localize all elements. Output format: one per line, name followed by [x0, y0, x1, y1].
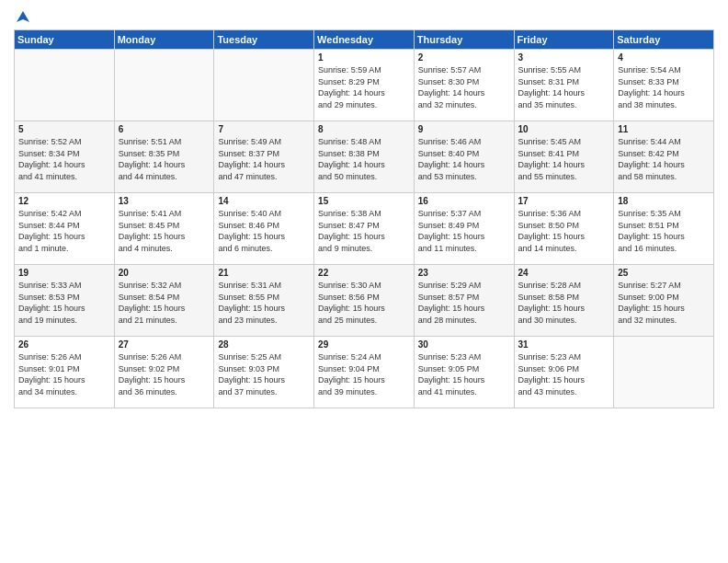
day-header-sunday: Sunday [15, 30, 115, 50]
day-cell: 14Sunrise: 5:40 AM Sunset: 8:46 PM Dayli… [214, 193, 314, 265]
day-number: 10 [518, 124, 610, 134]
day-info: Sunrise: 5:24 AM Sunset: 9:04 PM Dayligh… [318, 351, 410, 397]
day-cell: 25Sunrise: 5:27 AM Sunset: 9:00 PM Dayli… [614, 265, 714, 337]
day-number: 23 [418, 268, 510, 278]
day-cell: 11Sunrise: 5:44 AM Sunset: 8:42 PM Dayli… [614, 121, 714, 193]
day-number: 28 [218, 339, 310, 350]
day-cell [15, 50, 115, 121]
day-info: Sunrise: 5:23 AM Sunset: 9:06 PM Dayligh… [518, 351, 610, 397]
day-cell: 28Sunrise: 5:25 AM Sunset: 9:03 PM Dayli… [214, 337, 314, 408]
day-number: 3 [518, 52, 610, 63]
day-cell [614, 337, 714, 408]
day-number: 20 [119, 268, 210, 278]
day-cell: 31Sunrise: 5:23 AM Sunset: 9:06 PM Dayli… [514, 337, 614, 408]
day-info: Sunrise: 5:29 AM Sunset: 8:57 PM Dayligh… [418, 280, 510, 326]
week-row-2: 5Sunrise: 5:52 AM Sunset: 8:34 PM Daylig… [15, 121, 714, 193]
day-cell: 8Sunrise: 5:48 AM Sunset: 8:38 PM Daylig… [314, 121, 415, 193]
day-cell: 12Sunrise: 5:42 AM Sunset: 8:44 PM Dayli… [15, 193, 115, 265]
day-info: Sunrise: 5:52 AM Sunset: 8:34 PM Dayligh… [18, 136, 110, 182]
page-container: SundayMondayTuesdayWednesdayThursdayFrid… [0, 0, 728, 563]
day-info: Sunrise: 5:26 AM Sunset: 9:01 PM Dayligh… [18, 351, 110, 397]
day-cell: 18Sunrise: 5:35 AM Sunset: 8:51 PM Dayli… [614, 193, 714, 265]
day-number: 5 [18, 124, 110, 134]
day-info: Sunrise: 5:51 AM Sunset: 8:35 PM Dayligh… [119, 136, 210, 182]
day-number: 14 [218, 196, 310, 206]
day-cell: 9Sunrise: 5:46 AM Sunset: 8:40 PM Daylig… [414, 121, 514, 193]
day-info: Sunrise: 5:49 AM Sunset: 8:37 PM Dayligh… [218, 136, 310, 182]
day-number: 11 [618, 124, 710, 134]
day-cell [214, 50, 314, 121]
day-header-wednesday: Wednesday [314, 30, 415, 50]
day-info: Sunrise: 5:46 AM Sunset: 8:40 PM Dayligh… [418, 136, 510, 182]
day-cell: 30Sunrise: 5:23 AM Sunset: 9:05 PM Dayli… [414, 337, 514, 408]
day-info: Sunrise: 5:33 AM Sunset: 8:53 PM Dayligh… [18, 280, 110, 326]
day-info: Sunrise: 5:23 AM Sunset: 9:05 PM Dayligh… [418, 351, 510, 397]
day-number: 2 [418, 52, 510, 63]
day-cell: 22Sunrise: 5:30 AM Sunset: 8:56 PM Dayli… [314, 265, 415, 337]
day-number: 24 [518, 268, 610, 278]
day-cell: 21Sunrise: 5:31 AM Sunset: 8:55 PM Dayli… [214, 265, 314, 337]
day-info: Sunrise: 5:54 AM Sunset: 8:33 PM Dayligh… [618, 64, 710, 110]
day-cell: 15Sunrise: 5:38 AM Sunset: 8:47 PM Dayli… [314, 193, 415, 265]
day-info: Sunrise: 5:57 AM Sunset: 8:30 PM Dayligh… [418, 64, 510, 110]
day-cell: 4Sunrise: 5:54 AM Sunset: 8:33 PM Daylig… [614, 50, 714, 121]
day-info: Sunrise: 5:59 AM Sunset: 8:29 PM Dayligh… [318, 64, 410, 110]
day-cell: 17Sunrise: 5:36 AM Sunset: 8:50 PM Dayli… [514, 193, 614, 265]
day-number: 7 [218, 124, 310, 134]
day-info: Sunrise: 5:40 AM Sunset: 8:46 PM Dayligh… [218, 208, 310, 254]
day-number: 8 [318, 124, 410, 134]
day-header-thursday: Thursday [414, 30, 514, 50]
day-number: 25 [618, 268, 710, 278]
day-header-monday: Monday [114, 30, 214, 50]
week-row-5: 26Sunrise: 5:26 AM Sunset: 9:01 PM Dayli… [15, 337, 714, 408]
day-info: Sunrise: 5:55 AM Sunset: 8:31 PM Dayligh… [518, 64, 610, 110]
week-row-1: 1Sunrise: 5:59 AM Sunset: 8:29 PM Daylig… [15, 50, 714, 121]
day-info: Sunrise: 5:32 AM Sunset: 8:54 PM Dayligh… [119, 280, 210, 326]
day-number: 9 [418, 124, 510, 134]
day-header-tuesday: Tuesday [214, 30, 314, 50]
day-number: 12 [18, 196, 110, 206]
day-info: Sunrise: 5:28 AM Sunset: 8:58 PM Dayligh… [518, 280, 610, 326]
day-info: Sunrise: 5:45 AM Sunset: 8:41 PM Dayligh… [518, 136, 610, 182]
day-number: 18 [618, 196, 710, 206]
header [14, 9, 714, 22]
week-row-3: 12Sunrise: 5:42 AM Sunset: 8:44 PM Dayli… [15, 193, 714, 265]
day-info: Sunrise: 5:27 AM Sunset: 9:00 PM Dayligh… [618, 280, 710, 326]
day-info: Sunrise: 5:31 AM Sunset: 8:55 PM Dayligh… [218, 280, 310, 326]
day-number: 29 [318, 339, 410, 350]
header-row: SundayMondayTuesdayWednesdayThursdayFrid… [15, 30, 714, 50]
calendar-table: SundayMondayTuesdayWednesdayThursdayFrid… [14, 29, 714, 408]
day-number: 17 [518, 196, 610, 206]
day-cell: 23Sunrise: 5:29 AM Sunset: 8:57 PM Dayli… [414, 265, 514, 337]
day-info: Sunrise: 5:26 AM Sunset: 9:02 PM Dayligh… [119, 351, 210, 397]
day-cell: 29Sunrise: 5:24 AM Sunset: 9:04 PM Dayli… [314, 337, 415, 408]
day-cell: 1Sunrise: 5:59 AM Sunset: 8:29 PM Daylig… [314, 50, 415, 121]
day-info: Sunrise: 5:42 AM Sunset: 8:44 PM Dayligh… [18, 208, 110, 254]
day-cell: 20Sunrise: 5:32 AM Sunset: 8:54 PM Dayli… [114, 265, 214, 337]
day-number: 30 [418, 339, 510, 350]
day-number: 26 [18, 339, 110, 350]
day-cell: 2Sunrise: 5:57 AM Sunset: 8:30 PM Daylig… [414, 50, 514, 121]
day-info: Sunrise: 5:38 AM Sunset: 8:47 PM Dayligh… [318, 208, 410, 254]
day-info: Sunrise: 5:36 AM Sunset: 8:50 PM Dayligh… [518, 208, 610, 254]
logo [14, 9, 31, 22]
logo-icon [15, 9, 31, 26]
day-number: 16 [418, 196, 510, 206]
day-number: 31 [518, 339, 610, 350]
day-cell: 6Sunrise: 5:51 AM Sunset: 8:35 PM Daylig… [114, 121, 214, 193]
day-number: 15 [318, 196, 410, 206]
day-info: Sunrise: 5:25 AM Sunset: 9:03 PM Dayligh… [218, 351, 310, 397]
day-cell: 7Sunrise: 5:49 AM Sunset: 8:37 PM Daylig… [214, 121, 314, 193]
day-number: 21 [218, 268, 310, 278]
day-cell: 3Sunrise: 5:55 AM Sunset: 8:31 PM Daylig… [514, 50, 614, 121]
day-number: 27 [119, 339, 210, 350]
day-cell: 26Sunrise: 5:26 AM Sunset: 9:01 PM Dayli… [15, 337, 115, 408]
day-header-friday: Friday [514, 30, 614, 50]
day-number: 22 [318, 268, 410, 278]
day-cell: 16Sunrise: 5:37 AM Sunset: 8:49 PM Dayli… [414, 193, 514, 265]
day-cell: 5Sunrise: 5:52 AM Sunset: 8:34 PM Daylig… [15, 121, 115, 193]
week-row-4: 19Sunrise: 5:33 AM Sunset: 8:53 PM Dayli… [15, 265, 714, 337]
day-cell: 13Sunrise: 5:41 AM Sunset: 8:45 PM Dayli… [114, 193, 214, 265]
day-cell: 27Sunrise: 5:26 AM Sunset: 9:02 PM Dayli… [114, 337, 214, 408]
day-info: Sunrise: 5:44 AM Sunset: 8:42 PM Dayligh… [618, 136, 710, 182]
